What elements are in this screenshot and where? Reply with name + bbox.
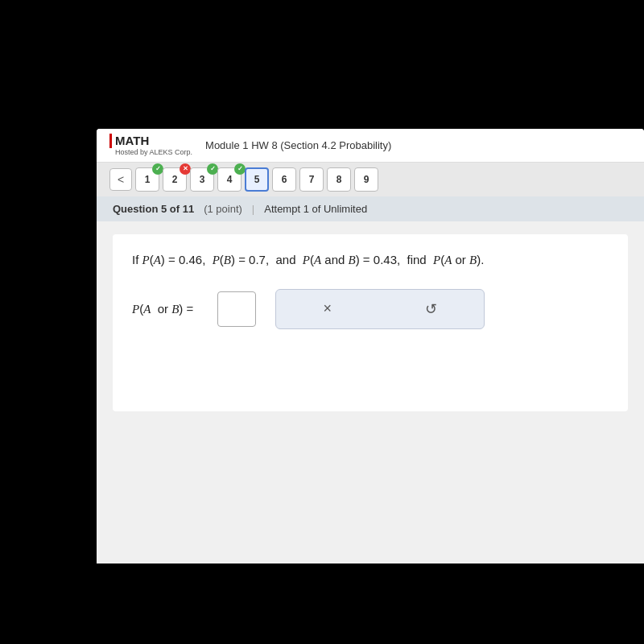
nav-q6-label: 6 bbox=[282, 174, 287, 185]
nav-question-4[interactable]: 4 ✓ bbox=[217, 167, 242, 192]
brand-hosted-by: Hosted by ALEKS Corp. bbox=[109, 148, 192, 157]
nav-q5-label: 5 bbox=[254, 174, 260, 185]
nav-q4-status: ✓ bbox=[234, 163, 246, 175]
screen-area: MATH Hosted by ALEKS Corp. Module 1 HW 8… bbox=[97, 129, 644, 564]
answer-label: P(A or B) = bbox=[132, 302, 193, 316]
reset-button[interactable]: ↺ bbox=[409, 294, 453, 324]
nav-q1-status: ✓ bbox=[152, 163, 163, 175]
attempt-label: Attempt 1 of Unlimited bbox=[264, 203, 367, 215]
question-points: (1 point) bbox=[204, 203, 242, 215]
nav-q3-label: 3 bbox=[200, 174, 205, 185]
nav-question-5[interactable]: 5 bbox=[245, 167, 269, 192]
brand: MATH Hosted by ALEKS Corp. bbox=[109, 134, 192, 157]
answer-input[interactable] bbox=[217, 291, 256, 327]
nav-question-8[interactable]: 8 bbox=[327, 167, 351, 192]
clear-button[interactable]: × bbox=[307, 294, 348, 324]
pipe-divider: | bbox=[252, 203, 254, 215]
nav-question-9[interactable]: 9 bbox=[354, 167, 378, 192]
nav-q2-label: 2 bbox=[172, 174, 178, 185]
question-content-card: If P(A) = 0.46, P(B) = 0.7, and P(A and … bbox=[113, 234, 628, 411]
nav-q4-label: 4 bbox=[227, 174, 233, 185]
nav-question-2[interactable]: 2 ✕ bbox=[163, 167, 187, 192]
nav-q3-status: ✓ bbox=[207, 163, 218, 175]
nav-question-1[interactable]: 1 ✓ bbox=[135, 167, 159, 192]
nav-q7-label: 7 bbox=[309, 174, 315, 185]
nav-back-button[interactable]: < bbox=[109, 168, 132, 191]
module-title: Module 1 HW 8 (Section 4.2 Probability) bbox=[205, 139, 631, 151]
question-header: Question 5 of 11 (1 point) | Attempt 1 o… bbox=[97, 196, 644, 221]
brand-math-title: MATH bbox=[109, 134, 192, 148]
problem-text: If P(A) = 0.46, P(B) = 0.7, and P(A and … bbox=[132, 250, 609, 270]
header-bar: MATH Hosted by ALEKS Corp. Module 1 HW 8… bbox=[97, 129, 644, 163]
nav-q2-status: ✕ bbox=[180, 163, 191, 175]
nav-question-7[interactable]: 7 bbox=[299, 167, 324, 192]
action-panel: × ↺ bbox=[275, 289, 485, 329]
nav-question-6[interactable]: 6 bbox=[272, 167, 296, 192]
question-nav: < 1 ✓ 2 ✕ 3 ✓ 4 ✓ 5 6 7 bbox=[97, 163, 644, 196]
nav-question-3[interactable]: 3 ✓ bbox=[190, 167, 214, 192]
nav-q1-label: 1 bbox=[145, 174, 151, 185]
question-number: Question 5 of 11 bbox=[113, 203, 194, 215]
nav-q8-label: 8 bbox=[336, 174, 342, 185]
nav-q9-label: 9 bbox=[364, 174, 369, 185]
answer-row: P(A or B) = × ↺ bbox=[132, 289, 609, 329]
